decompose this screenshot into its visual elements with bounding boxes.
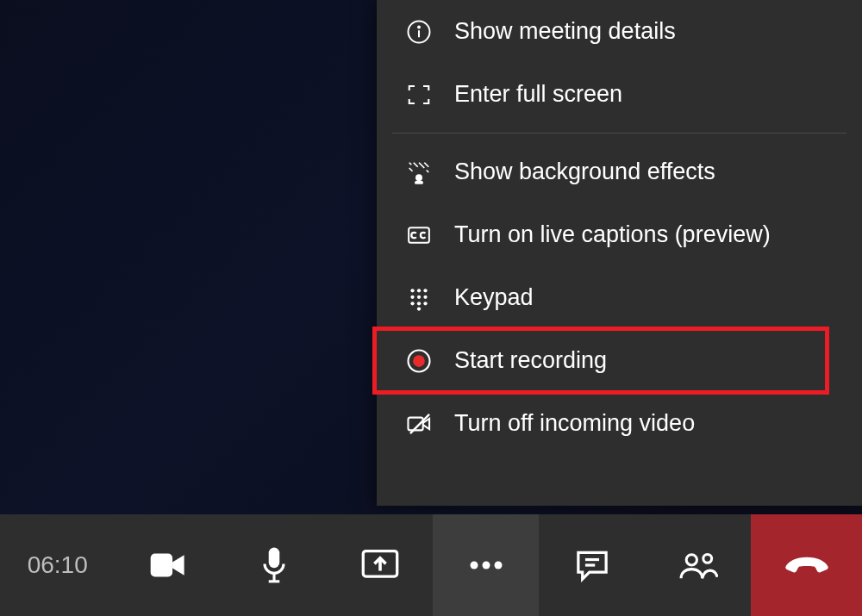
- microphone-button[interactable]: [221, 514, 327, 616]
- svg-point-14: [423, 289, 427, 292]
- more-actions-menu: Show meeting details Enter full screen S…: [377, 0, 862, 506]
- svg-point-32: [482, 562, 490, 569]
- background-effects-icon: [406, 159, 444, 185]
- svg-line-10: [427, 170, 429, 172]
- menu-item-label: Keypad: [454, 284, 534, 311]
- hangup-button[interactable]: [751, 514, 862, 616]
- svg-point-2: [418, 26, 420, 28]
- call-timer: 06:10: [0, 551, 115, 579]
- svg-line-5: [409, 162, 412, 165]
- menu-item-start-recording[interactable]: Start recording: [377, 329, 862, 392]
- more-icon: [467, 559, 505, 571]
- menu-item-fullscreen[interactable]: Enter full screen: [377, 63, 862, 126]
- share-screen-icon: [360, 548, 400, 582]
- menu-item-live-captions[interactable]: Turn on live captions (preview): [377, 203, 862, 266]
- svg-rect-26: [151, 553, 172, 576]
- menu-item-label: Show meeting details: [454, 18, 676, 45]
- people-icon: [678, 548, 718, 582]
- info-icon: [406, 19, 444, 45]
- menu-item-turn-off-incoming-video[interactable]: Turn off incoming video: [377, 392, 862, 455]
- menu-item-label: Show background effects: [454, 159, 715, 185]
- menu-item-background-effects[interactable]: Show background effects: [377, 140, 862, 203]
- svg-point-20: [423, 302, 427, 305]
- camera-button[interactable]: [115, 514, 221, 616]
- chat-icon: [574, 548, 610, 582]
- svg-point-31: [470, 562, 478, 569]
- video-off-icon: [406, 411, 444, 437]
- menu-item-keypad[interactable]: Keypad: [377, 266, 862, 329]
- svg-line-6: [414, 162, 418, 166]
- menu-divider: [392, 133, 846, 134]
- meeting-toolbar: 06:10: [0, 514, 862, 616]
- chat-button[interactable]: [539, 514, 645, 616]
- people-button[interactable]: [645, 514, 751, 616]
- svg-point-37: [703, 554, 712, 563]
- fullscreen-icon: [406, 82, 444, 108]
- menu-item-label: Enter full screen: [454, 81, 622, 108]
- svg-rect-4: [415, 181, 423, 184]
- captions-icon: [406, 222, 444, 248]
- svg-point-13: [417, 289, 421, 292]
- camera-icon: [149, 550, 187, 581]
- svg-point-17: [423, 295, 427, 298]
- svg-line-8: [424, 162, 428, 166]
- keypad-icon: [406, 285, 444, 311]
- menu-item-meeting-details[interactable]: Show meeting details: [377, 0, 862, 63]
- svg-point-19: [417, 302, 421, 305]
- svg-point-23: [413, 355, 425, 367]
- toolbar-buttons: [115, 514, 751, 616]
- microphone-icon: [259, 546, 289, 584]
- svg-point-3: [415, 174, 422, 181]
- svg-point-12: [410, 289, 414, 292]
- more-actions-button[interactable]: [433, 514, 539, 616]
- menu-item-label: Start recording: [454, 347, 607, 374]
- menu-item-label: Turn on live captions (preview): [454, 221, 771, 248]
- svg-point-36: [686, 555, 696, 565]
- hangup-icon: [784, 553, 829, 577]
- svg-rect-27: [269, 548, 280, 569]
- svg-line-9: [409, 168, 413, 171]
- svg-point-16: [417, 295, 421, 298]
- menu-item-label: Turn off incoming video: [454, 410, 695, 437]
- record-icon: [406, 348, 444, 374]
- svg-point-15: [410, 295, 414, 298]
- svg-point-18: [410, 302, 414, 305]
- svg-point-21: [417, 307, 421, 310]
- share-button[interactable]: [327, 514, 433, 616]
- svg-point-33: [494, 562, 502, 569]
- svg-line-7: [419, 162, 424, 167]
